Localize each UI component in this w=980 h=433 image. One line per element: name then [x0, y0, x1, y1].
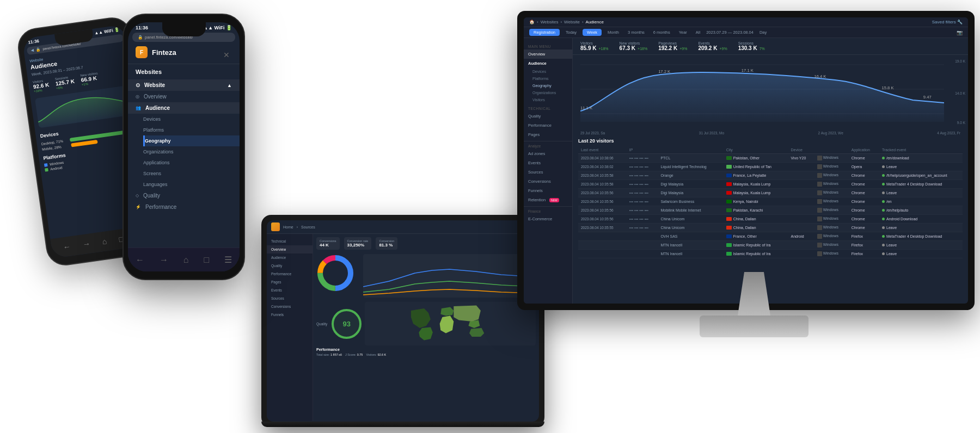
monitor-sidebar-quality[interactable]: Quality — [524, 112, 572, 121]
cell-city: China, Dalian — [724, 215, 788, 224]
phone1-forward-nav[interactable]: → — [82, 239, 91, 249]
flag-icon — [726, 165, 732, 169]
monitor-bc-website[interactable]: Website — [564, 20, 580, 24]
phone2-sub-languages[interactable]: Languages — [143, 179, 240, 190]
phone2-sub-geography[interactable]: Geography — [143, 135, 240, 146]
cell-app: Chrome — [849, 197, 879, 206]
cell-ip: ••• ••• ••• ••• — [627, 171, 658, 180]
table-row[interactable]: 2023.08.04 10:35:56 ••• ••• ••• ••• Safa… — [578, 197, 963, 206]
cell-ip: ••• ••• ••• ••• — [627, 206, 658, 215]
phone1-stat-visitors: Visitors 92.6 K +16% — [32, 78, 50, 93]
monitor-filter-3months[interactable]: 3 months — [625, 29, 647, 36]
cell-device — [788, 180, 814, 189]
monitor-filter-6months[interactable]: 6 months — [651, 29, 673, 36]
monitor-sidebar-ad-zones[interactable]: Ad zones — [524, 149, 572, 158]
monitor-sidebar-funnels[interactable]: Funnels — [524, 186, 572, 195]
table-row[interactable]: 2023.08.04 10:35:58 ••• ••• ••• ••• Oran… — [578, 171, 963, 180]
table-row[interactable]: 2023.08.04 10:38:02 ••• ••• ••• ••• Liqu… — [578, 163, 963, 171]
cell-isp: MTN Irancell — [658, 250, 723, 258]
monitor-sidebar-sub-geography[interactable]: Geography — [524, 82, 572, 89]
phone2-tabs-nav[interactable]: □ — [204, 255, 209, 265]
monitor-sidebar-events[interactable]: Events — [524, 158, 572, 168]
phone2-sub-applications[interactable]: Applications — [143, 157, 240, 168]
tablet-sidebar-events[interactable]: Events — [267, 286, 313, 294]
monitor-filter-month[interactable]: Month — [605, 29, 622, 36]
monitor-sidebar-sub-devices[interactable]: Devices — [524, 68, 572, 75]
monitor-sidebar-sub-organizations[interactable]: Organizations — [524, 89, 572, 96]
table-row[interactable]: 2023.08.04 10:35:56 ••• ••• ••• ••• Digi… — [578, 189, 963, 197]
phone2-website-item[interactable]: ⊙ Website ▲ — [128, 79, 240, 91]
monitor-sidebar-ecommerce[interactable]: E-Commerce — [524, 214, 572, 224]
phone2-sub-screens[interactable]: Screens — [143, 168, 240, 179]
tablet-nav-label[interactable]: Sources — [301, 225, 315, 229]
phone2-sub-devices[interactable]: Devices — [143, 114, 240, 125]
flag-icon — [726, 243, 732, 247]
phone2-sub-platforms[interactable]: Platforms — [143, 125, 240, 135]
table-row[interactable]: 2023.08.04 10:35:58 ••• ••• ••• ••• Digi… — [578, 180, 963, 189]
monitor-sidebar-sources[interactable]: Sources — [524, 168, 572, 177]
phone2-menu-nav[interactable]: ☰ — [224, 255, 232, 265]
table-row[interactable]: 2023.08.04 10:35:56 ••• ••• ••• ••• Chin… — [578, 215, 963, 224]
table-row[interactable]: 2023.08.04 10:35:56 ••• ••• ••• ••• Mobi… — [578, 206, 963, 215]
monitor-filter-all[interactable]: All — [693, 29, 703, 36]
monitor-bc-home[interactable]: 🏠 — [529, 20, 535, 24]
cell-city: Islamic Republic of Ira — [724, 250, 788, 258]
table-row[interactable]: OVH SAS France, Other Android Windows Fi… — [578, 232, 963, 241]
monitor-sidebar-conversions[interactable]: Conversions — [524, 177, 572, 186]
monitor-bc-audience[interactable]: Audience — [586, 20, 604, 24]
tablet-home-link[interactable]: Home — [283, 225, 293, 229]
monitor-filter-year[interactable]: Year — [676, 29, 690, 36]
table-row[interactable]: MTN Irancell Islamic Republic of Ira Win… — [578, 241, 963, 250]
monitor-camera-icon[interactable]: 📷 — [957, 30, 963, 35]
monitor-filter-week[interactable]: Week — [583, 29, 602, 36]
monitor-filter-today[interactable]: Today — [563, 29, 579, 36]
cell-event: /en — [879, 197, 963, 206]
phone2-close-btn[interactable]: ✕ — [223, 51, 230, 59]
tablet-sidebar-overview[interactable]: Overview — [267, 245, 313, 253]
tablet-sidebar-audience[interactable]: Audience — [267, 253, 313, 262]
tablet-sidebar-performance[interactable]: Performance — [267, 270, 313, 278]
tablet-screen: Home › Sources Technical Overview Audien… — [267, 220, 539, 422]
tablet-sidebar-sources[interactable]: Sources — [267, 294, 313, 302]
cell-city: Islamic Republic of Ira — [724, 241, 788, 250]
phone2-menu-quality[interactable]: ◇ Quality — [128, 190, 240, 201]
svg-text:16.4 K: 16.4 K — [814, 74, 826, 79]
tablet-sidebar-pages[interactable]: Pages — [267, 278, 313, 286]
tablet-sidebar-technical: Technical — [267, 237, 313, 245]
tablet-sidebar-quality[interactable]: Quality — [267, 262, 313, 270]
cell-isp: China Unicom — [658, 224, 723, 232]
monitor-sidebar-technical: Technical — [524, 106, 572, 112]
monitor-sidebar-sub-platforms[interactable]: Platforms — [524, 75, 572, 82]
monitor-bc-websites[interactable]: Websites — [541, 20, 559, 24]
monitor-sidebar-audience[interactable]: Audience — [524, 59, 572, 68]
table-row[interactable]: 2023.08.04 10:35:55 ••• ••• ••• ••• Chin… — [578, 224, 963, 232]
tablet-sidebar-funnels[interactable]: Funnels — [267, 311, 313, 319]
monitor-sidebar-overview[interactable]: Overview — [524, 50, 572, 59]
monitor-registration-filter[interactable]: Registration — [529, 29, 560, 36]
cell-isp: Orange — [658, 171, 723, 180]
phone1-back-btn[interactable]: ◀ — [30, 48, 34, 53]
phone2-sub-organizations[interactable]: Organizations — [143, 146, 240, 157]
monitor-filter-day[interactable]: Day — [757, 29, 769, 36]
cell-isp: Safaricom Business — [658, 197, 723, 206]
monitor-sidebar-pages[interactable]: Pages — [524, 130, 572, 139]
phone1-back-nav[interactable]: ← — [63, 242, 71, 252]
monitor-sidebar-sub-visitors[interactable]: Visitors — [524, 96, 572, 103]
cell-device: Vivo Y20 — [788, 154, 814, 163]
monitor-sidebar-performance[interactable]: Performance — [524, 121, 572, 130]
monitor-stat-new-visitors: New visitors 67.3 K +18% — [620, 41, 648, 51]
phone2-home-nav[interactable]: ⌂ — [183, 255, 189, 265]
phone2-menu-audience[interactable]: 👥 Audience — [128, 102, 240, 114]
phone2-menu-overview[interactable]: ◎ Overview — [128, 91, 240, 102]
monitor-saved-filters[interactable]: Saved filters 🔧 — [932, 20, 963, 24]
monitor-sidebar-retention[interactable]: Retention NEW — [524, 195, 572, 205]
tablet-stat-conversion: Conversion 81.3 % — [376, 237, 397, 250]
cell-event: Leave — [879, 241, 963, 250]
phone2-forward-nav[interactable]: → — [160, 255, 168, 265]
tablet-sidebar-conversions[interactable]: Conversions — [267, 302, 313, 311]
table-row[interactable]: MTN Irancell Islamic Republic of Ira Win… — [578, 250, 963, 258]
phone2-back-nav[interactable]: ← — [136, 255, 144, 265]
phone2-menu-performance[interactable]: ⚡ Performance — [128, 201, 240, 213]
phone1-home-nav[interactable]: ⌂ — [102, 237, 108, 246]
table-row[interactable]: 2023.08.04 10:38:06 ••• ••• ••• ••• PTCL… — [578, 154, 963, 163]
